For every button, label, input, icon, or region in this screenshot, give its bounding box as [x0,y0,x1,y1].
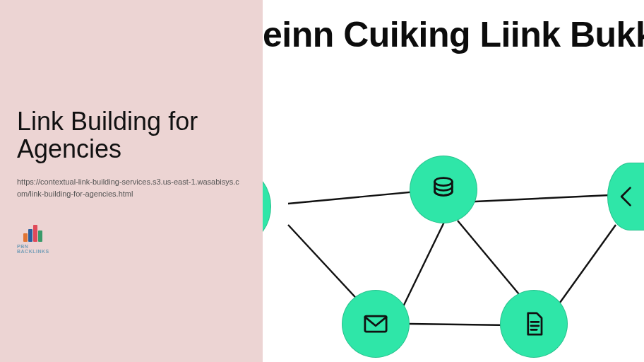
chevron-left-icon [611,181,642,212]
svg-line-2 [460,195,610,202]
svg-line-4 [410,324,511,325]
logo-text: PBN BACKLINKS [17,244,51,254]
illustration-heading: einn Cuiking Liink Bukk [263,14,644,55]
source-url: https://contextual-link-building-service… [17,176,243,200]
document-icon [518,308,549,339]
node-top-center [410,156,477,223]
node-bottom-left [342,290,410,358]
network-graph: ınotıo ıloet [263,113,644,362]
logo-bars-icon [23,224,44,242]
left-panel: Link Building for Agencies https://conte… [0,0,263,362]
svg-line-6 [551,225,616,315]
node-bottom-right [500,290,568,358]
page-title: Link Building for Agencies [17,108,253,163]
email-icon [360,308,391,339]
svg-rect-8 [365,316,386,332]
database-icon [428,174,459,205]
graph-edges [263,113,644,362]
right-panel: einn Cuiking Liink Bukk ınotıo ıloet [263,0,644,362]
svg-point-7 [435,178,453,186]
brand-logo: PBN BACKLINKS [17,224,51,254]
